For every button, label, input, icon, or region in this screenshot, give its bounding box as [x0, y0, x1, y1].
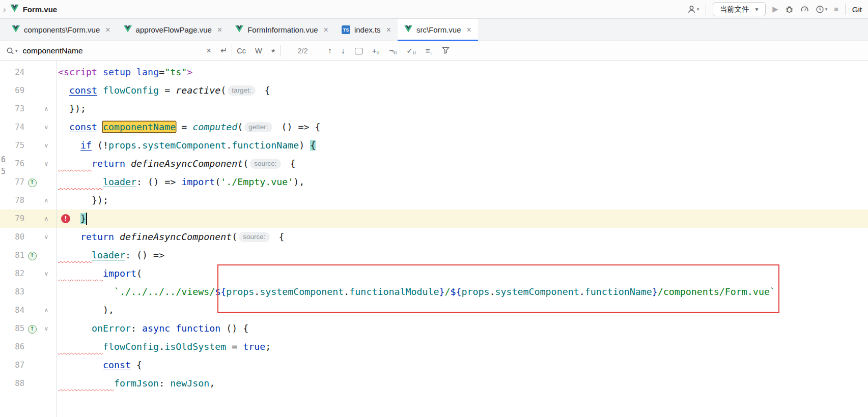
code-token: } [80, 213, 86, 224]
divider [280, 45, 281, 56]
gutter-row: 81↑ [0, 246, 57, 264]
code-token: const [69, 122, 97, 132]
line-number: 77 [0, 177, 24, 187]
close-icon[interactable]: × [105, 25, 110, 35]
code-token: formJson [114, 378, 159, 389]
run-button[interactable]: ▶ [772, 5, 778, 14]
fold-marker-icon[interactable]: ∨ [40, 233, 53, 241]
filter-icon[interactable] [442, 47, 450, 55]
tab-forminformation-vue[interactable]: FormInformation.vue × [229, 19, 335, 41]
code-editor[interactable]: 246973∧74∨75∨76∨77↑78∧79∧80∨81↑82∨8384∧8… [0, 61, 868, 417]
code-token: systemComponent [260, 286, 344, 297]
fold-marker-icon[interactable]: ∧ [40, 197, 53, 204]
search-results-sort-icon[interactable]: ≡↓ [426, 46, 433, 55]
code-line[interactable]: <script setup lang="ts"> [57, 63, 868, 81]
breadcrumb-chevron-icon[interactable]: › [3, 5, 6, 14]
tab-index-ts[interactable]: TS index.ts × [335, 19, 398, 41]
code-token [97, 85, 103, 96]
select-all-occurrences-icon[interactable] [355, 48, 362, 54]
code-line[interactable]: const flowConfig = reactive(target: { [57, 81, 868, 100]
code-token: ( [237, 122, 243, 132]
code-line[interactable]: ! } [57, 210, 868, 228]
code-line[interactable]: }); [57, 191, 868, 210]
ide-window: › Form.vue ▾ 当前文件 ▼ ▶ [0, 0, 868, 417]
tab-approveflowpage-vue[interactable]: approveFlowPage.vue × [117, 19, 229, 41]
code-token: . [159, 341, 164, 352]
add-selection-icon[interactable]: +II [372, 46, 380, 55]
error-icon[interactable]: ! [61, 214, 70, 223]
gutter-row: 82∨ [0, 264, 57, 283]
code-token: props [226, 286, 254, 297]
line-number: 80 [0, 232, 24, 242]
code-token: = [159, 67, 164, 77]
debug-button[interactable] [785, 5, 794, 14]
search-input[interactable] [23, 46, 202, 55]
code-token [58, 360, 103, 370]
user-account-icon[interactable]: ▾ [687, 5, 699, 14]
code-line[interactable]: if (!props.systemComponent.functionName)… [57, 136, 868, 155]
next-occurrence-icon[interactable]: ↓ [341, 47, 345, 55]
edge-artifact: 6 [1, 155, 6, 164]
fold-marker-icon[interactable]: ∨ [40, 142, 53, 149]
stop-button[interactable]: ■ [834, 5, 838, 13]
code-line[interactable]: import( [57, 264, 868, 283]
fold-marker-icon[interactable]: ∨ [40, 160, 53, 167]
code-line[interactable]: return defineAsyncComponent(source: { [57, 155, 868, 173]
code-token: () => { [276, 122, 321, 132]
code-line[interactable]: }); [57, 100, 868, 118]
gutter-override-icon[interactable]: ↑ [28, 252, 37, 260]
fold-marker-icon[interactable]: ∧ [40, 105, 53, 112]
gutter-override-icon[interactable]: ↑ [28, 325, 37, 334]
code-token: = [176, 122, 192, 132]
code-token: ( [232, 231, 237, 242]
code-line[interactable]: loader: () => [57, 246, 868, 264]
code-line[interactable]: const componentName = computed(getter: (… [57, 118, 868, 136]
search-icon[interactable]: ▾ [6, 47, 18, 55]
close-icon[interactable]: × [324, 25, 328, 35]
fold-marker-icon[interactable]: ∨ [40, 270, 53, 277]
close-icon[interactable]: × [217, 25, 222, 35]
git-menu[interactable]: Git [852, 5, 862, 14]
previous-occurrence-icon[interactable]: ↑ [328, 47, 332, 55]
code-line[interactable]: loader: () => import('./Empty.vue'), [57, 173, 868, 191]
code-token: "ts" [164, 67, 187, 77]
code-line[interactable]: onError: async function () { [57, 319, 868, 338]
close-icon[interactable]: × [386, 25, 391, 35]
fold-marker-icon[interactable]: ∧ [40, 215, 53, 222]
code-token: computed [192, 122, 237, 132]
fold-marker-icon[interactable]: ∨ [40, 325, 53, 332]
code-line[interactable]: ), [57, 301, 868, 319]
code-line[interactable]: `./../../../views/${props.systemComponen… [57, 283, 868, 301]
regex-toggle[interactable]: * [271, 47, 275, 57]
words-toggle[interactable]: W [255, 47, 262, 55]
line-number: 75 [0, 141, 24, 150]
line-number: 24 [0, 68, 24, 77]
check-selection-icon[interactable]: ✓II [406, 46, 416, 55]
clear-search-icon[interactable]: × [207, 47, 211, 55]
run-history-button[interactable]: ▾ [816, 5, 828, 14]
newline-icon[interactable]: ↵ [220, 47, 227, 55]
code-token: functionalModule [349, 286, 439, 297]
fold-marker-icon[interactable]: ∨ [40, 124, 53, 131]
close-icon[interactable]: × [466, 25, 471, 35]
code-line[interactable]: flowConfig.isOldSystem = true; [57, 338, 868, 356]
code-token: . [490, 286, 495, 297]
gutter-override-icon[interactable]: ↑ [28, 178, 37, 187]
tab-components-form-vue[interactable]: components\Form.vue × [5, 19, 117, 41]
code-line[interactable]: const { [57, 356, 868, 374]
fold-marker-icon[interactable]: ∧ [40, 307, 53, 314]
tab-src-form-vue[interactable]: src\Form.vue × [398, 19, 478, 41]
gutter-row: 86 [0, 338, 57, 356]
gutter-row: 84∧ [0, 301, 57, 319]
code-token: . [254, 286, 260, 297]
editor-code-area[interactable]: <script setup lang="ts"> const flowConfi… [57, 61, 868, 417]
match-case-toggle[interactable]: Cc [237, 47, 246, 55]
code-token: : () => [136, 176, 181, 187]
exclude-selection-icon[interactable]: ¬II [389, 46, 397, 55]
profiler-button[interactable] [800, 5, 809, 14]
title-bar: › Form.vue ▾ 当前文件 ▼ ▶ [0, 0, 868, 19]
run-configuration-button[interactable]: 当前文件 ▼ [713, 2, 766, 16]
code-line[interactable]: formJson: newJson, [57, 374, 868, 393]
code-line[interactable]: return defineAsyncComponent(source: { [57, 228, 868, 246]
code-token: return [80, 231, 114, 242]
